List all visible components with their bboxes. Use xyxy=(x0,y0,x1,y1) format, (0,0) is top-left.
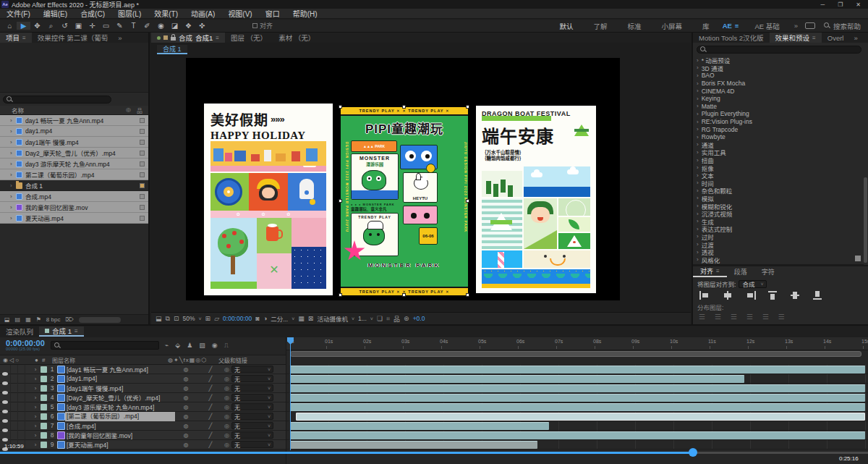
camera-dropdown[interactable]: 活动摄像机 xyxy=(317,314,348,323)
solo-cell[interactable] xyxy=(17,412,25,421)
project-row[interactable]: ›day3 游乐摩天轮 九鱼Ann.mp4 xyxy=(0,159,148,169)
selection-handle[interactable] xyxy=(466,105,469,109)
quality-icon[interactable]: ╱ xyxy=(197,376,224,382)
twist-icon[interactable]: › xyxy=(10,150,16,156)
snap-checkbox[interactable] xyxy=(252,23,258,28)
quality-icon[interactable]: ╱ xyxy=(197,404,224,410)
twist-icon[interactable]: › xyxy=(32,404,39,410)
frame-blend-icon[interactable]: ▧ xyxy=(199,342,205,350)
parent-dropdown[interactable]: 无˅ xyxy=(231,384,273,392)
distribute-right-button[interactable]: ☰ xyxy=(778,313,785,321)
pickwhip-icon[interactable]: ◎ xyxy=(224,413,229,420)
workspace-item[interactable]: 小屏幕 xyxy=(652,21,693,31)
lock-cell[interactable] xyxy=(25,412,32,421)
distribute-top-button[interactable]: ☰ xyxy=(699,313,705,321)
lock-icon[interactable] xyxy=(171,37,176,41)
quality-icon[interactable]: ╱ xyxy=(197,395,224,401)
type-tool[interactable]: T xyxy=(127,22,140,30)
effect-category[interactable]: ›Rowbyte xyxy=(693,133,864,141)
flowchart-icon[interactable]: 品 xyxy=(393,314,400,324)
selection-handle[interactable] xyxy=(466,199,469,203)
eraser-tool[interactable]: ◪ xyxy=(168,22,182,30)
tab-timeline-comp[interactable]: 合成 1 ≡ xyxy=(39,326,84,337)
rotate-tool[interactable]: ↺ xyxy=(58,22,72,30)
project-row[interactable]: ›Day2_摩天轮_雪儿（优秀）.mp4 xyxy=(0,148,148,159)
grid-guides-icon[interactable]: ⊞ xyxy=(205,315,211,322)
menu-item[interactable]: 帮助(H) xyxy=(286,8,324,19)
pickwhip-icon[interactable]: ◎ xyxy=(224,423,229,429)
menu-item[interactable]: 编辑(E) xyxy=(37,8,74,19)
effect-category[interactable]: ›实用工具 xyxy=(693,148,864,156)
pickwhip-icon[interactable]: ◎ xyxy=(224,366,229,373)
selection-handle[interactable] xyxy=(339,105,342,109)
playhead-line[interactable] xyxy=(290,337,291,450)
pickwhip-icon[interactable]: ◎ xyxy=(224,385,229,392)
quality-icon[interactable]: ╱ xyxy=(197,366,224,373)
tab-composition[interactable]: 合成 合成1 ≡ xyxy=(151,33,225,43)
lock-cell[interactable] xyxy=(25,431,32,440)
menu-item[interactable]: 合成(C) xyxy=(74,8,111,19)
panel-grip-icon[interactable] xyxy=(855,256,861,261)
effect-category[interactable]: ›沉浸式视频 xyxy=(693,210,864,218)
new-composition-icon[interactable]: ▦ xyxy=(25,316,31,323)
effect-category[interactable]: ›表达式控制 xyxy=(693,225,864,233)
collapse-icon[interactable]: ◍ xyxy=(175,442,197,448)
distribute-bottom-button[interactable]: ☰ xyxy=(731,313,737,321)
panel-menu-icon[interactable]: ≡ xyxy=(216,35,219,41)
fast-previews-icon[interactable]: ▦ xyxy=(298,315,305,322)
effect-category[interactable]: ›Boris FX Mocha xyxy=(693,80,864,88)
selection-handle[interactable] xyxy=(402,293,406,297)
label-color-swatch[interactable] xyxy=(39,404,48,410)
tab-motion-tools[interactable]: Motion Tools 2汉化版 xyxy=(693,33,770,43)
panel-menu-icon[interactable]: ≡ xyxy=(716,268,720,274)
pickwhip-icon[interactable]: ◎ xyxy=(224,395,229,401)
layer-name-column[interactable]: 图层名称 xyxy=(52,356,168,364)
pickwhip-icon[interactable]: ◎ xyxy=(224,442,229,448)
capture-icon[interactable] xyxy=(805,22,815,29)
show-snapshot-icon[interactable]: ⧉ xyxy=(166,315,170,323)
view-layout-dropdown[interactable]: 1... xyxy=(358,315,367,322)
maximize-button[interactable]: ❐ xyxy=(838,1,843,8)
audio-cell[interactable] xyxy=(10,365,17,374)
camera-tool[interactable]: ▣ xyxy=(72,22,85,30)
twist-icon[interactable]: › xyxy=(10,161,16,167)
minimize-button[interactable]: ─ xyxy=(820,1,825,8)
label-color-swatch[interactable] xyxy=(39,385,48,392)
interpret-footage-icon[interactable]: ⬓ xyxy=(4,316,10,323)
label-color-swatch[interactable] xyxy=(39,442,48,448)
menu-item[interactable]: 窗口 xyxy=(259,8,286,19)
layer-duration-bar[interactable] xyxy=(296,413,865,421)
layer-duration-bar[interactable] xyxy=(290,375,744,383)
effect-category[interactable]: ›Keying xyxy=(693,95,864,103)
quality-icon[interactable]: ╱ xyxy=(197,423,224,429)
timeline-search-input[interactable] xyxy=(51,341,159,350)
clone-stamp-tool[interactable]: ◉ xyxy=(154,22,168,30)
menu-item[interactable]: 效果(T) xyxy=(148,8,184,19)
snapshot-icon[interactable]: ⬓ xyxy=(156,315,162,322)
menu-item[interactable]: 图层(L) xyxy=(111,8,148,19)
label-color-swatch[interactable] xyxy=(39,376,48,382)
parent-dropdown[interactable]: 无˅ xyxy=(231,403,273,410)
effect-category[interactable]: ›3D 通道 xyxy=(693,64,864,72)
quality-icon[interactable]: ╱ xyxy=(197,442,224,448)
transparency-grid-icon[interactable]: ⊡ xyxy=(174,315,179,322)
solo-cell[interactable] xyxy=(17,402,25,412)
video-progress-knob[interactable] xyxy=(689,448,697,457)
twist-icon[interactable]: › xyxy=(10,193,16,200)
twist-icon[interactable]: › xyxy=(10,128,16,135)
project-row[interactable]: ›day1 畅玩一夏 九鱼Ann.mp4 xyxy=(0,115,148,126)
selection-tool[interactable]: ▶ xyxy=(17,22,30,30)
parent-dropdown[interactable]: 无˅ xyxy=(231,441,273,448)
tab-effects-presets[interactable]: 效果和预设 ≡ xyxy=(770,33,822,43)
flowchart-icon[interactable]: 品 xyxy=(137,106,142,114)
effect-category[interactable]: ›扭曲 xyxy=(693,156,864,164)
twist-icon[interactable]: › xyxy=(10,139,16,145)
distribute-v-center-button[interactable]: ☰ xyxy=(715,313,721,321)
tab-footage[interactable]: 素材 （无） xyxy=(273,33,320,43)
layer-duration-bar[interactable] xyxy=(290,441,537,449)
effect-category[interactable]: ›Matte xyxy=(693,103,864,111)
footer-slider[interactable] xyxy=(79,317,121,323)
effect-category[interactable]: ›BAO xyxy=(693,72,864,80)
lock-cell[interactable] xyxy=(25,440,32,450)
collapse-icon[interactable]: ◍ xyxy=(175,366,197,373)
